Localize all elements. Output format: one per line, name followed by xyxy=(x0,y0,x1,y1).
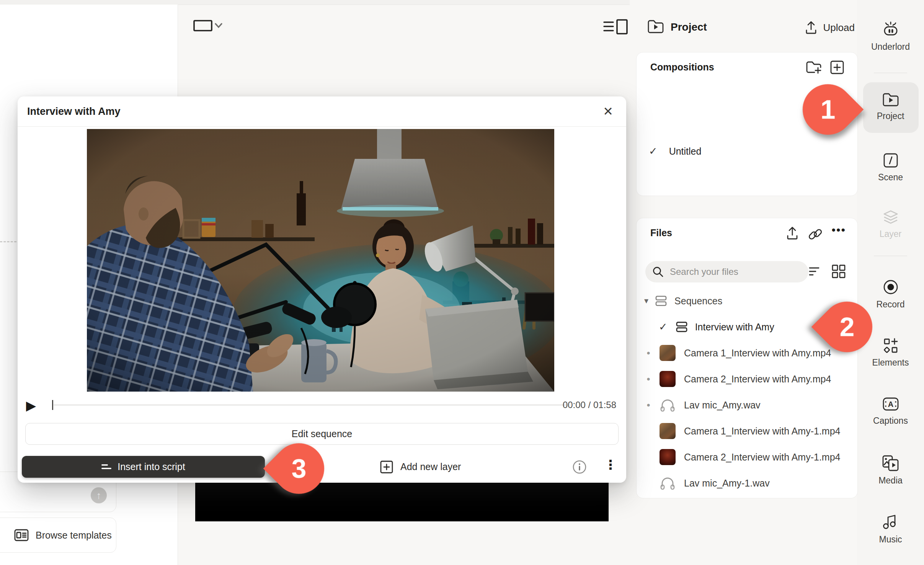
grid-view-button[interactable] xyxy=(831,264,846,279)
rail-item-captions[interactable]: A Captions xyxy=(857,397,924,426)
video-thumbnail xyxy=(660,449,676,465)
new-folder-icon xyxy=(805,60,822,75)
new-folder-button[interactable] xyxy=(805,60,822,75)
new-composition-button[interactable] xyxy=(830,60,844,75)
sequence-icon xyxy=(655,296,667,306)
rail-item-underlord[interactable]: Underlord xyxy=(857,21,924,52)
rail-divider xyxy=(874,256,907,256)
more-options-button[interactable]: ⋮ xyxy=(604,457,617,472)
insert-into-script-label: Insert into script xyxy=(118,461,185,472)
record-icon xyxy=(882,279,899,296)
layout-toggle-button[interactable] xyxy=(602,18,630,35)
upload-label: Upload xyxy=(823,22,855,34)
plus-square-icon xyxy=(380,460,393,474)
search-input[interactable] xyxy=(669,266,785,278)
video-thumbnail xyxy=(660,423,676,439)
insert-into-script-button[interactable]: Insert into script xyxy=(22,456,265,478)
rail-item-scene[interactable]: Scene xyxy=(857,152,924,183)
check-icon: ✓ xyxy=(649,145,658,157)
ellipsis-icon: ••• xyxy=(831,224,846,236)
captions-letter: A xyxy=(888,400,893,408)
timeline-scrubber[interactable] xyxy=(54,405,566,405)
media-icon xyxy=(882,455,900,472)
video-preview[interactable] xyxy=(87,129,554,392)
search-icon xyxy=(652,266,664,278)
project-panel-header: Project Upload xyxy=(636,17,857,39)
search-bar[interactable] xyxy=(645,261,808,282)
scene-icon xyxy=(883,152,899,168)
composition-row-untitled[interactable]: ✓ Untitled xyxy=(637,140,857,163)
upload-button[interactable]: Upload xyxy=(804,20,855,35)
project-folder-icon xyxy=(882,92,900,107)
info-icon xyxy=(572,459,587,475)
insert-icon xyxy=(101,464,111,470)
filter-icon xyxy=(808,266,821,277)
filter-button[interactable] xyxy=(808,266,821,277)
bullet-icon: • xyxy=(642,347,655,359)
close-icon[interactable]: ✕ xyxy=(603,104,613,119)
tree-row-camera2[interactable]: • Camera 2_Interview with Amy.mp4 xyxy=(637,367,857,390)
tool-rail: Underlord Project Scene Layer xyxy=(857,0,924,565)
link-button[interactable] xyxy=(808,227,823,242)
rectangle-icon xyxy=(194,21,212,31)
tree-label: Sequences xyxy=(674,296,722,307)
scene-canvas xyxy=(195,482,609,521)
browse-templates-button[interactable]: Browse templates xyxy=(0,518,116,553)
badge-number: 1 xyxy=(803,84,853,135)
rail-item-media[interactable]: Media xyxy=(857,455,924,486)
edit-sequence-button[interactable]: Edit sequence xyxy=(25,423,619,445)
composition-label: Untitled xyxy=(669,146,702,157)
rail-item-music[interactable]: Music xyxy=(857,514,924,545)
aspect-ratio-button[interactable] xyxy=(193,19,223,32)
video-thumbnail xyxy=(660,371,676,387)
upload-icon xyxy=(785,226,799,240)
rail-label: Elements xyxy=(872,358,909,368)
captions-icon: A xyxy=(882,397,900,412)
annotation-badge-2: 2 xyxy=(811,291,883,363)
tree-label: Interview with Amy xyxy=(695,322,774,333)
tree-row-lavmic[interactable]: • Lav mic_Amy.wav xyxy=(637,394,857,416)
time-display: 00:00 / 01:58 xyxy=(563,400,616,410)
rail-label: Record xyxy=(876,299,904,310)
files-title: Files xyxy=(650,227,672,238)
rail-item-project[interactable]: Project xyxy=(857,92,924,121)
tree-label: Camera 2_Interview with Amy.mp4 xyxy=(684,374,831,385)
submit-button[interactable]: ↑ xyxy=(91,487,107,503)
tree-label: Camera 1_Interview with Amy.mp4 xyxy=(684,348,831,359)
badge-number: 3 xyxy=(274,443,324,494)
annotation-badge-3: 3 xyxy=(263,433,335,505)
rail-label: Captions xyxy=(873,416,908,426)
music-icon xyxy=(882,514,899,531)
tree-row-camera1-1[interactable]: • Camera 1_Interview with Amy-1.mp4 xyxy=(637,420,857,443)
add-new-layer-button[interactable]: Add new layer xyxy=(380,456,461,478)
bullet-icon: • xyxy=(642,399,655,411)
check-icon: ✓ xyxy=(659,321,668,333)
file-upload-button[interactable] xyxy=(785,226,799,240)
modal-header: Interview with Amy ✕ xyxy=(18,96,626,127)
upload-icon xyxy=(804,20,818,35)
link-icon xyxy=(808,227,823,242)
rail-label: Project xyxy=(877,111,904,121)
files-more-button[interactable]: ••• xyxy=(831,224,846,237)
chevron-down-icon xyxy=(215,24,222,27)
tree-row-camera2-1[interactable]: • Camera 2_Interview with Amy-1.mp4 xyxy=(637,446,857,469)
rail-label: Media xyxy=(878,475,903,486)
headphones-icon xyxy=(660,477,675,490)
sequence-preview-modal: Interview with Amy ✕ xyxy=(18,96,626,483)
plus-square-icon xyxy=(830,60,844,75)
tree-label: Lav mic_Amy.wav xyxy=(684,400,761,411)
disclosure-icon: ▾ xyxy=(644,296,648,306)
play-button[interactable]: ▶ xyxy=(26,399,36,412)
video-frame-illustration xyxy=(87,129,554,392)
info-button[interactable] xyxy=(572,459,587,475)
rail-label: Underlord xyxy=(871,42,910,52)
playhead-marker[interactable] xyxy=(52,400,53,410)
layer-icon xyxy=(882,210,899,225)
tree-label: Camera 2_Interview with Amy-1.mp4 xyxy=(684,452,840,463)
up-arrow-icon: ↑ xyxy=(96,490,101,501)
tree-row-lavmic-1[interactable]: • Lav mic_Amy-1.wav xyxy=(637,472,857,495)
edit-sequence-label: Edit sequence xyxy=(292,428,352,439)
script-layout-icon xyxy=(602,18,630,35)
sequence-icon xyxy=(676,322,687,332)
headphones-icon xyxy=(660,398,675,412)
